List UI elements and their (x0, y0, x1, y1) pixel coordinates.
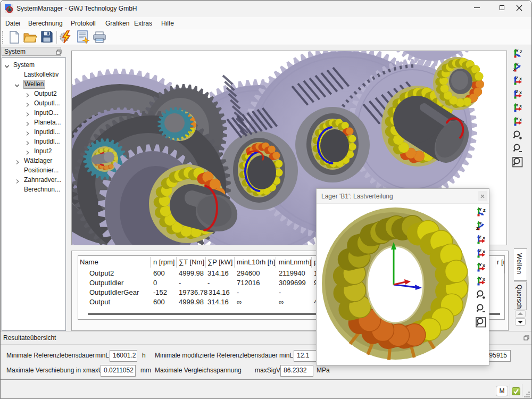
svg-text:Z: Z (513, 68, 516, 72)
svg-text:Z: Z (479, 248, 482, 253)
svg-text:Y: Y (516, 103, 519, 107)
svg-text:Z: Z (516, 76, 519, 80)
svg-text:Y: Y (479, 276, 482, 281)
svg-text:X: X (483, 236, 485, 240)
svg-text:Z: Z (483, 208, 486, 213)
svg-text:X: X (483, 263, 485, 268)
svg-text:X: X (483, 277, 485, 282)
svg-text:Y: Y (479, 262, 482, 267)
svg-text:X: X (519, 90, 522, 95)
svg-text:X: X (519, 104, 522, 109)
svg-text:X: X (519, 77, 522, 81)
svg-text:Y: Y (516, 62, 519, 66)
svg-text:Z: Z (476, 226, 479, 231)
svg-text:Y: Y (479, 221, 482, 226)
svg-text:Y: Y (516, 48, 519, 53)
svg-text:X: X (483, 250, 485, 254)
svg-text:Y: Y (479, 207, 482, 212)
svg-text:Z: Z (520, 49, 522, 54)
svg-text:Z: Z (516, 89, 519, 94)
svg-text:Z: Z (479, 235, 482, 239)
svg-text:Y: Y (516, 117, 519, 121)
svg-text:X: X (519, 118, 522, 122)
